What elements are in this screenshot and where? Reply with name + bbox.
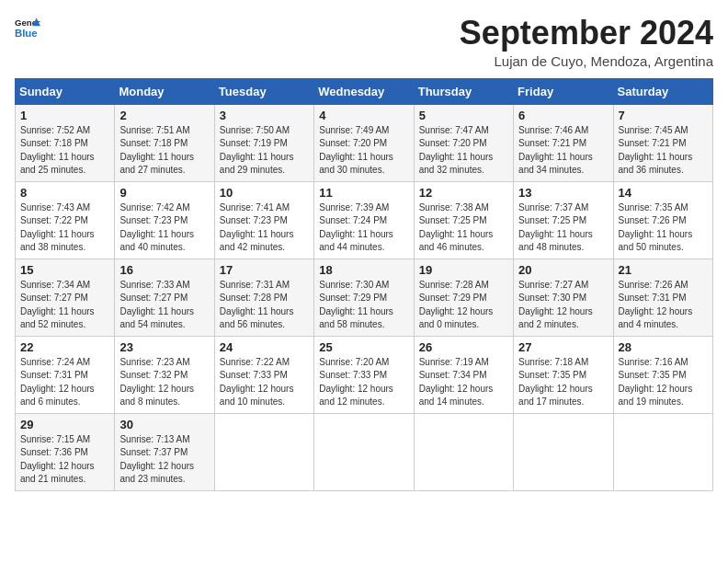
calendar-cell (613, 413, 712, 490)
day-number: 12 (419, 186, 508, 200)
day-number: 2 (119, 109, 209, 122)
day-number: 29 (20, 418, 109, 431)
day-detail: Sunrise: 7:47 AMSunset: 7:20 PMDaylight:… (419, 124, 508, 178)
day-detail: Sunrise: 7:49 AMSunset: 7:20 PMDaylight:… (319, 124, 408, 178)
calendar-cell: 24Sunrise: 7:22 AMSunset: 7:33 PMDayligh… (214, 336, 313, 413)
day-number: 21 (619, 263, 708, 277)
logo-icon: General Blue (15, 15, 40, 40)
calendar-cell: 27Sunrise: 7:18 AMSunset: 7:35 PMDayligh… (514, 336, 613, 413)
calendar-cell (314, 413, 414, 490)
day-number: 26 (419, 340, 508, 354)
day-number: 9 (119, 186, 209, 200)
day-detail: Sunrise: 7:50 AMSunset: 7:19 PMDaylight:… (220, 124, 309, 178)
calendar-cell: 23Sunrise: 7:23 AMSunset: 7:32 PMDayligh… (115, 336, 214, 413)
day-number: 18 (319, 263, 408, 277)
svg-text:Blue: Blue (15, 28, 38, 39)
day-detail: Sunrise: 7:27 AMSunset: 7:30 PMDaylight:… (518, 279, 608, 332)
calendar-cell: 18Sunrise: 7:30 AMSunset: 7:29 PMDayligh… (314, 259, 414, 336)
day-number: 30 (119, 418, 209, 431)
calendar-cell: 11Sunrise: 7:39 AMSunset: 7:24 PMDayligh… (314, 181, 414, 259)
calendar-cell: 13Sunrise: 7:37 AMSunset: 7:25 PMDayligh… (514, 181, 613, 259)
location: Lujan de Cuyo, Mendoza, Argentina (460, 53, 713, 69)
page-header: General Blue September 2024 Lujan de Cuy… (15, 15, 713, 69)
calendar-cell (514, 413, 613, 490)
day-number: 17 (220, 263, 309, 277)
month-title: September 2024 (460, 15, 713, 52)
calendar-cell: 9Sunrise: 7:42 AMSunset: 7:23 PMDaylight… (115, 181, 214, 259)
day-detail: Sunrise: 7:15 AMSunset: 7:36 PMDaylight:… (20, 433, 109, 487)
day-detail: Sunrise: 7:42 AMSunset: 7:23 PMDaylight:… (119, 201, 209, 255)
day-detail: Sunrise: 7:45 AMSunset: 7:21 PMDaylight:… (619, 124, 708, 178)
day-detail: Sunrise: 7:34 AMSunset: 7:27 PMDaylight:… (20, 279, 109, 332)
calendar-cell: 3Sunrise: 7:50 AMSunset: 7:19 PMDaylight… (214, 104, 313, 181)
day-number: 3 (220, 109, 309, 122)
logo: General Blue (15, 15, 40, 40)
day-detail: Sunrise: 7:35 AMSunset: 7:26 PMDaylight:… (619, 201, 708, 255)
calendar-cell: 2Sunrise: 7:51 AMSunset: 7:18 PMDaylight… (115, 104, 214, 181)
day-detail: Sunrise: 7:41 AMSunset: 7:23 PMDaylight:… (220, 201, 309, 255)
weekday-header-friday: Friday (514, 78, 613, 104)
day-number: 5 (419, 109, 508, 122)
day-number: 19 (419, 263, 508, 277)
day-detail: Sunrise: 7:13 AMSunset: 7:37 PMDaylight:… (119, 433, 209, 487)
day-detail: Sunrise: 7:38 AMSunset: 7:25 PMDaylight:… (419, 201, 508, 255)
day-detail: Sunrise: 7:20 AMSunset: 7:33 PMDaylight:… (319, 356, 408, 409)
day-detail: Sunrise: 7:16 AMSunset: 7:35 PMDaylight:… (619, 356, 708, 409)
day-number: 20 (518, 263, 608, 277)
day-number: 15 (20, 263, 109, 277)
day-detail: Sunrise: 7:33 AMSunset: 7:27 PMDaylight:… (119, 279, 209, 332)
weekday-header-saturday: Saturday (613, 78, 712, 104)
day-detail: Sunrise: 7:31 AMSunset: 7:28 PMDaylight:… (220, 279, 309, 332)
calendar-cell: 12Sunrise: 7:38 AMSunset: 7:25 PMDayligh… (414, 181, 513, 259)
day-number: 4 (319, 109, 408, 122)
day-number: 27 (518, 340, 608, 354)
day-detail: Sunrise: 7:51 AMSunset: 7:18 PMDaylight:… (119, 124, 209, 178)
weekday-header-monday: Monday (115, 78, 214, 104)
calendar-cell: 22Sunrise: 7:24 AMSunset: 7:31 PMDayligh… (16, 336, 115, 413)
day-number: 25 (319, 340, 408, 354)
calendar-cell: 14Sunrise: 7:35 AMSunset: 7:26 PMDayligh… (613, 181, 712, 259)
calendar-cell: 19Sunrise: 7:28 AMSunset: 7:29 PMDayligh… (414, 259, 513, 336)
title-block: September 2024 Lujan de Cuyo, Mendoza, A… (460, 15, 713, 69)
day-number: 1 (20, 109, 109, 122)
calendar-cell (214, 413, 313, 490)
calendar-table: SundayMondayTuesdayWednesdayThursdayFrid… (15, 78, 713, 491)
calendar-cell: 7Sunrise: 7:45 AMSunset: 7:21 PMDaylight… (613, 104, 712, 181)
calendar-cell: 20Sunrise: 7:27 AMSunset: 7:30 PMDayligh… (514, 259, 613, 336)
weekday-header-wednesday: Wednesday (314, 78, 414, 104)
day-detail: Sunrise: 7:22 AMSunset: 7:33 PMDaylight:… (220, 356, 309, 409)
calendar-cell: 1Sunrise: 7:52 AMSunset: 7:18 PMDaylight… (16, 104, 115, 181)
day-detail: Sunrise: 7:28 AMSunset: 7:29 PMDaylight:… (419, 279, 508, 332)
day-number: 7 (619, 109, 708, 122)
calendar-cell: 29Sunrise: 7:15 AMSunset: 7:36 PMDayligh… (16, 413, 115, 490)
calendar-cell: 16Sunrise: 7:33 AMSunset: 7:27 PMDayligh… (115, 259, 214, 336)
weekday-header-tuesday: Tuesday (214, 78, 313, 104)
calendar-cell: 15Sunrise: 7:34 AMSunset: 7:27 PMDayligh… (16, 259, 115, 336)
day-number: 14 (619, 186, 708, 200)
calendar-cell: 17Sunrise: 7:31 AMSunset: 7:28 PMDayligh… (214, 259, 313, 336)
day-number: 13 (518, 186, 608, 200)
day-detail: Sunrise: 7:19 AMSunset: 7:34 PMDaylight:… (419, 356, 508, 409)
day-number: 6 (518, 109, 608, 122)
day-number: 23 (119, 340, 209, 354)
calendar-cell: 26Sunrise: 7:19 AMSunset: 7:34 PMDayligh… (414, 336, 513, 413)
day-detail: Sunrise: 7:30 AMSunset: 7:29 PMDaylight:… (319, 279, 408, 332)
day-detail: Sunrise: 7:26 AMSunset: 7:31 PMDaylight:… (619, 279, 708, 332)
day-number: 16 (119, 263, 209, 277)
calendar-cell: 30Sunrise: 7:13 AMSunset: 7:37 PMDayligh… (115, 413, 214, 490)
day-detail: Sunrise: 7:46 AMSunset: 7:21 PMDaylight:… (518, 124, 608, 178)
calendar-cell: 8Sunrise: 7:43 AMSunset: 7:22 PMDaylight… (16, 181, 115, 259)
day-number: 22 (20, 340, 109, 354)
calendar-cell: 10Sunrise: 7:41 AMSunset: 7:23 PMDayligh… (214, 181, 313, 259)
day-detail: Sunrise: 7:43 AMSunset: 7:22 PMDaylight:… (20, 201, 109, 255)
day-number: 10 (220, 186, 309, 200)
day-detail: Sunrise: 7:39 AMSunset: 7:24 PMDaylight:… (319, 201, 408, 255)
day-detail: Sunrise: 7:23 AMSunset: 7:32 PMDaylight:… (119, 356, 209, 409)
calendar-cell (414, 413, 513, 490)
calendar-cell: 28Sunrise: 7:16 AMSunset: 7:35 PMDayligh… (613, 336, 712, 413)
day-number: 11 (319, 186, 408, 200)
day-number: 28 (619, 340, 708, 354)
weekday-header-sunday: Sunday (16, 78, 115, 104)
calendar-cell: 4Sunrise: 7:49 AMSunset: 7:20 PMDaylight… (314, 104, 414, 181)
day-number: 8 (20, 186, 109, 200)
